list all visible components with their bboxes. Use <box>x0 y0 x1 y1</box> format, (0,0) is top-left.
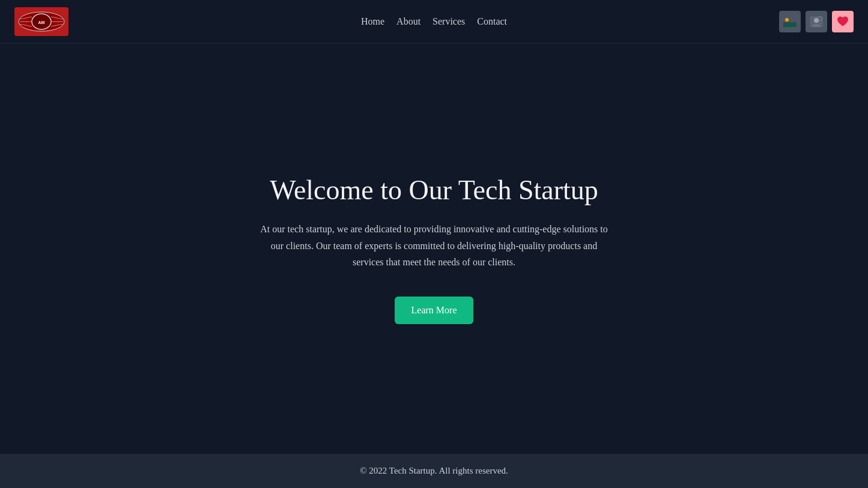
logo-area: AM <box>14 7 68 36</box>
svg-text:AM: AM <box>38 20 45 25</box>
nav-home[interactable]: Home <box>361 16 384 27</box>
footer-copyright: © 2022 Tech Startup. All rights reserved… <box>12 466 856 476</box>
logo-svg: AM <box>17 10 65 33</box>
header-icons <box>779 11 854 32</box>
hero-title: Welcome to Our Tech Startup <box>260 173 609 206</box>
learn-more-button[interactable]: Learn More <box>395 297 474 324</box>
hero-description: At our tech startup, we are dedicated to… <box>260 221 609 270</box>
site-header: AM Home About Services Contact <box>0 0 868 44</box>
header-icon-1[interactable] <box>779 11 801 32</box>
landscape-icon <box>783 16 797 27</box>
site-footer: © 2022 Tech Startup. All rights reserved… <box>0 454 868 488</box>
nav-services[interactable]: Services <box>432 16 465 27</box>
hero-section: Welcome to Our Tech Startup At our tech … <box>0 44 868 454</box>
hero-content: Welcome to Our Tech Startup At our tech … <box>260 173 609 324</box>
main-nav: Home About Services Contact <box>361 16 507 27</box>
svg-point-19 <box>819 18 821 20</box>
heart-icon <box>836 16 849 28</box>
nav-about[interactable]: About <box>396 16 420 27</box>
nav-contact[interactable]: Contact <box>477 16 507 27</box>
svg-point-13 <box>785 18 789 22</box>
person-camera-icon <box>810 16 823 27</box>
logo: AM <box>14 7 68 36</box>
header-icon-3[interactable] <box>832 11 854 32</box>
header-icon-2[interactable] <box>806 11 827 32</box>
